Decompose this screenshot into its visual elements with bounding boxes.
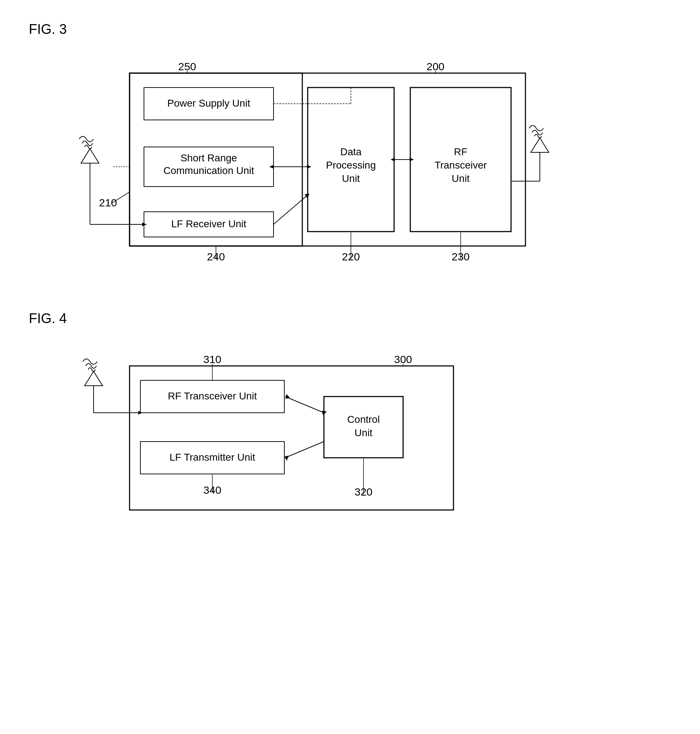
svg-marker-9 bbox=[269, 165, 274, 168]
svg-marker-55 bbox=[322, 411, 327, 415]
fig3-area: 250 200 210 240 220 230 Power Supply Uni… bbox=[57, 52, 562, 275]
svg-rect-2 bbox=[144, 87, 274, 120]
svg-marker-16 bbox=[81, 149, 99, 163]
svg-text:Short Range: Short Range bbox=[180, 152, 237, 164]
svg-line-10 bbox=[274, 196, 307, 224]
svg-line-53 bbox=[285, 396, 324, 413]
svg-rect-5 bbox=[308, 87, 394, 231]
svg-line-56 bbox=[285, 442, 324, 458]
fig4-svg: 300 310 340 320 RF Transceiver Unit LF T… bbox=[57, 341, 490, 542]
svg-rect-4 bbox=[144, 212, 274, 237]
svg-text:Unit: Unit bbox=[354, 427, 372, 438]
svg-text:320: 320 bbox=[354, 486, 372, 498]
svg-marker-62 bbox=[138, 411, 143, 414]
page-container: FIG. 3 bbox=[0, 0, 700, 734]
svg-marker-22 bbox=[531, 138, 549, 152]
svg-text:Power Supply Unit: Power Supply Unit bbox=[168, 97, 250, 109]
svg-marker-59 bbox=[85, 371, 103, 386]
svg-text:Unit: Unit bbox=[342, 173, 360, 184]
svg-text:LF Receiver Unit: LF Receiver Unit bbox=[171, 218, 247, 229]
svg-rect-49 bbox=[129, 366, 453, 510]
svg-rect-6 bbox=[410, 87, 511, 231]
svg-marker-11 bbox=[305, 194, 309, 198]
svg-text:Data: Data bbox=[340, 146, 362, 158]
fig4-label: FIG. 4 bbox=[29, 311, 671, 326]
svg-marker-13 bbox=[410, 158, 414, 161]
svg-rect-1 bbox=[129, 73, 302, 246]
svg-text:200: 200 bbox=[426, 60, 444, 72]
svg-text:Processing: Processing bbox=[326, 159, 376, 171]
fig4-area: 300 310 340 320 RF Transceiver Unit LF T… bbox=[57, 341, 490, 542]
svg-marker-14 bbox=[391, 158, 395, 161]
svg-marker-8 bbox=[307, 165, 311, 168]
svg-rect-3 bbox=[144, 147, 274, 187]
svg-text:Control: Control bbox=[347, 414, 380, 425]
svg-text:300: 300 bbox=[394, 353, 412, 365]
svg-text:220: 220 bbox=[342, 251, 360, 262]
svg-text:340: 340 bbox=[203, 484, 221, 496]
svg-text:240: 240 bbox=[207, 251, 225, 262]
svg-text:Unit: Unit bbox=[451, 173, 470, 184]
svg-marker-54 bbox=[285, 394, 290, 399]
svg-text:RF: RF bbox=[454, 146, 467, 158]
svg-text:RF Transceiver Unit: RF Transceiver Unit bbox=[168, 391, 257, 402]
svg-text:Communication Unit: Communication Unit bbox=[163, 165, 254, 176]
svg-rect-50 bbox=[140, 380, 284, 413]
svg-line-30 bbox=[112, 192, 129, 203]
svg-rect-52 bbox=[324, 396, 403, 458]
svg-text:210: 210 bbox=[99, 197, 117, 209]
svg-marker-57 bbox=[284, 455, 289, 461]
svg-marker-19 bbox=[142, 223, 147, 226]
svg-text:250: 250 bbox=[178, 60, 196, 72]
svg-rect-51 bbox=[140, 442, 284, 474]
svg-text:310: 310 bbox=[203, 353, 221, 365]
svg-text:LF Transmitter Unit: LF Transmitter Unit bbox=[169, 452, 255, 463]
svg-rect-0 bbox=[129, 73, 525, 246]
svg-text:Transceiver: Transceiver bbox=[434, 159, 487, 171]
fig3-svg: 250 200 210 240 220 230 Power Supply Uni… bbox=[57, 52, 562, 275]
fig3-label: FIG. 3 bbox=[29, 22, 671, 37]
svg-text:230: 230 bbox=[451, 251, 470, 262]
